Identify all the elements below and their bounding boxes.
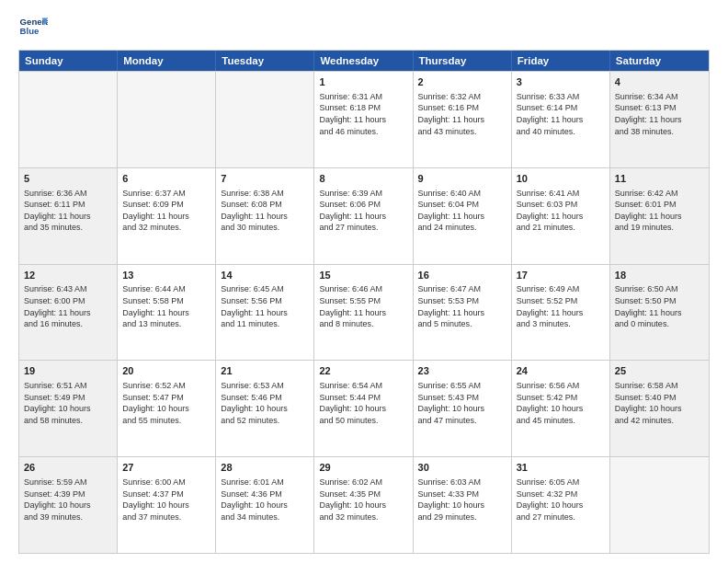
day-info: Sunrise: 6:40 AM Sunset: 6:04 PM Dayligh… xyxy=(418,188,506,234)
day-number: 7 xyxy=(221,172,309,186)
calendar-cell: 21Sunrise: 6:53 AM Sunset: 5:46 PM Dayli… xyxy=(216,361,314,456)
day-number: 28 xyxy=(221,461,309,475)
day-number: 16 xyxy=(418,269,506,282)
weekday-header-thursday: Thursday xyxy=(414,51,512,71)
day-number: 19 xyxy=(24,364,112,378)
day-info: Sunrise: 6:56 AM Sunset: 5:42 PM Dayligh… xyxy=(517,380,605,426)
calendar-cell: 15Sunrise: 6:46 AM Sunset: 5:55 PM Dayli… xyxy=(314,265,413,361)
weekday-header-saturday: Saturday xyxy=(610,51,709,71)
weekday-header-friday: Friday xyxy=(512,51,610,71)
day-info: Sunrise: 6:37 AM Sunset: 6:09 PM Dayligh… xyxy=(122,188,210,234)
logo: General Blue xyxy=(18,15,48,40)
day-number: 9 xyxy=(418,172,506,186)
day-info: Sunrise: 6:36 AM Sunset: 6:11 PM Dayligh… xyxy=(24,188,112,234)
calendar-body: 1Sunrise: 6:31 AM Sunset: 6:18 PM Daylig… xyxy=(19,71,709,553)
day-number: 27 xyxy=(122,461,210,475)
day-info: Sunrise: 6:58 AM Sunset: 5:40 PM Dayligh… xyxy=(615,380,704,426)
day-info: Sunrise: 6:50 AM Sunset: 5:50 PM Dayligh… xyxy=(615,283,704,329)
calendar-cell: 2Sunrise: 6:32 AM Sunset: 6:16 PM Daylig… xyxy=(414,72,512,167)
calendar-cell: 16Sunrise: 6:47 AM Sunset: 5:53 PM Dayli… xyxy=(414,265,512,361)
page: General Blue SundayMondayTuesdayWednesda… xyxy=(0,0,728,563)
calendar-cell: 27Sunrise: 6:00 AM Sunset: 4:37 PM Dayli… xyxy=(118,457,216,553)
day-info: Sunrise: 6:47 AM Sunset: 5:53 PM Dayligh… xyxy=(418,283,506,329)
day-number: 18 xyxy=(615,269,704,282)
day-number: 30 xyxy=(418,461,506,475)
day-number: 3 xyxy=(517,75,605,89)
weekday-header-tuesday: Tuesday xyxy=(216,51,314,71)
day-info: Sunrise: 6:32 AM Sunset: 6:16 PM Dayligh… xyxy=(418,91,506,137)
day-number: 1 xyxy=(319,75,407,89)
calendar-cell xyxy=(216,72,314,167)
day-number: 23 xyxy=(418,364,506,378)
day-number: 15 xyxy=(319,269,407,282)
day-info: Sunrise: 6:31 AM Sunset: 6:18 PM Dayligh… xyxy=(319,91,407,137)
svg-text:Blue: Blue xyxy=(20,26,40,36)
day-info: Sunrise: 6:45 AM Sunset: 5:56 PM Dayligh… xyxy=(221,283,309,329)
day-number: 13 xyxy=(122,269,210,282)
day-info: Sunrise: 6:05 AM Sunset: 4:32 PM Dayligh… xyxy=(517,477,605,523)
header: General Blue xyxy=(18,15,710,40)
day-number: 2 xyxy=(418,75,506,89)
calendar-row-5: 26Sunrise: 5:59 AM Sunset: 4:39 PM Dayli… xyxy=(19,456,709,553)
calendar-cell: 17Sunrise: 6:49 AM Sunset: 5:52 PM Dayli… xyxy=(512,265,610,361)
weekday-header-monday: Monday xyxy=(118,51,216,71)
day-number: 10 xyxy=(517,172,605,186)
calendar-cell xyxy=(19,72,118,167)
calendar-cell: 11Sunrise: 6:42 AM Sunset: 6:01 PM Dayli… xyxy=(610,168,709,264)
calendar-cell: 28Sunrise: 6:01 AM Sunset: 4:36 PM Dayli… xyxy=(216,457,314,553)
day-info: Sunrise: 6:03 AM Sunset: 4:33 PM Dayligh… xyxy=(418,477,506,523)
calendar-cell: 13Sunrise: 6:44 AM Sunset: 5:58 PM Dayli… xyxy=(118,265,216,361)
day-info: Sunrise: 6:39 AM Sunset: 6:06 PM Dayligh… xyxy=(319,188,407,234)
calendar-cell xyxy=(118,72,216,167)
calendar-cell: 25Sunrise: 6:58 AM Sunset: 5:40 PM Dayli… xyxy=(610,361,709,456)
calendar-row-2: 5Sunrise: 6:36 AM Sunset: 6:11 PM Daylig… xyxy=(19,167,709,264)
calendar-row-3: 12Sunrise: 6:43 AM Sunset: 6:00 PM Dayli… xyxy=(19,264,709,361)
day-info: Sunrise: 6:52 AM Sunset: 5:47 PM Dayligh… xyxy=(122,380,210,426)
calendar-header: SundayMondayTuesdayWednesdayThursdayFrid… xyxy=(19,51,709,71)
day-number: 26 xyxy=(24,461,112,475)
calendar-cell: 22Sunrise: 6:54 AM Sunset: 5:44 PM Dayli… xyxy=(314,361,413,456)
day-number: 12 xyxy=(24,269,112,282)
day-number: 20 xyxy=(122,364,210,378)
day-info: Sunrise: 6:53 AM Sunset: 5:46 PM Dayligh… xyxy=(221,380,309,426)
day-info: Sunrise: 6:44 AM Sunset: 5:58 PM Dayligh… xyxy=(122,283,210,329)
day-info: Sunrise: 5:59 AM Sunset: 4:39 PM Dayligh… xyxy=(24,477,112,523)
day-info: Sunrise: 6:54 AM Sunset: 5:44 PM Dayligh… xyxy=(319,380,407,426)
day-number: 8 xyxy=(319,172,407,186)
day-number: 6 xyxy=(122,172,210,186)
day-info: Sunrise: 6:55 AM Sunset: 5:43 PM Dayligh… xyxy=(418,380,506,426)
day-number: 11 xyxy=(615,172,704,186)
day-number: 22 xyxy=(319,364,407,378)
calendar-cell: 29Sunrise: 6:02 AM Sunset: 4:35 PM Dayli… xyxy=(314,457,413,553)
weekday-header-sunday: Sunday xyxy=(19,51,118,71)
day-number: 4 xyxy=(615,75,704,89)
day-info: Sunrise: 6:41 AM Sunset: 6:03 PM Dayligh… xyxy=(517,188,605,234)
day-info: Sunrise: 6:34 AM Sunset: 6:13 PM Dayligh… xyxy=(615,91,704,137)
logo-icon: General Blue xyxy=(18,15,48,40)
calendar-cell: 19Sunrise: 6:51 AM Sunset: 5:49 PM Dayli… xyxy=(19,361,118,456)
day-info: Sunrise: 6:42 AM Sunset: 6:01 PM Dayligh… xyxy=(615,188,704,234)
calendar-cell: 1Sunrise: 6:31 AM Sunset: 6:18 PM Daylig… xyxy=(314,72,413,167)
day-info: Sunrise: 6:01 AM Sunset: 4:36 PM Dayligh… xyxy=(221,477,309,523)
day-info: Sunrise: 6:02 AM Sunset: 4:35 PM Dayligh… xyxy=(319,477,407,523)
calendar-cell xyxy=(610,457,709,553)
calendar-cell: 20Sunrise: 6:52 AM Sunset: 5:47 PM Dayli… xyxy=(118,361,216,456)
calendar-cell: 12Sunrise: 6:43 AM Sunset: 6:00 PM Dayli… xyxy=(19,265,118,361)
weekday-header-wednesday: Wednesday xyxy=(314,51,413,71)
day-info: Sunrise: 6:51 AM Sunset: 5:49 PM Dayligh… xyxy=(24,380,112,426)
day-number: 5 xyxy=(24,172,112,186)
calendar-cell: 8Sunrise: 6:39 AM Sunset: 6:06 PM Daylig… xyxy=(314,168,413,264)
calendar-cell: 7Sunrise: 6:38 AM Sunset: 6:08 PM Daylig… xyxy=(216,168,314,264)
calendar-row-4: 19Sunrise: 6:51 AM Sunset: 5:49 PM Dayli… xyxy=(19,360,709,456)
calendar-cell: 24Sunrise: 6:56 AM Sunset: 5:42 PM Dayli… xyxy=(512,361,610,456)
calendar-cell: 23Sunrise: 6:55 AM Sunset: 5:43 PM Dayli… xyxy=(414,361,512,456)
calendar-cell: 4Sunrise: 6:34 AM Sunset: 6:13 PM Daylig… xyxy=(610,72,709,167)
calendar-cell: 31Sunrise: 6:05 AM Sunset: 4:32 PM Dayli… xyxy=(512,457,610,553)
calendar: SundayMondayTuesdayWednesdayThursdayFrid… xyxy=(18,50,710,554)
calendar-cell: 26Sunrise: 5:59 AM Sunset: 4:39 PM Dayli… xyxy=(19,457,118,553)
day-number: 17 xyxy=(517,269,605,282)
calendar-cell: 9Sunrise: 6:40 AM Sunset: 6:04 PM Daylig… xyxy=(414,168,512,264)
day-info: Sunrise: 6:46 AM Sunset: 5:55 PM Dayligh… xyxy=(319,283,407,329)
day-number: 31 xyxy=(517,461,605,475)
day-info: Sunrise: 6:43 AM Sunset: 6:00 PM Dayligh… xyxy=(24,283,112,329)
